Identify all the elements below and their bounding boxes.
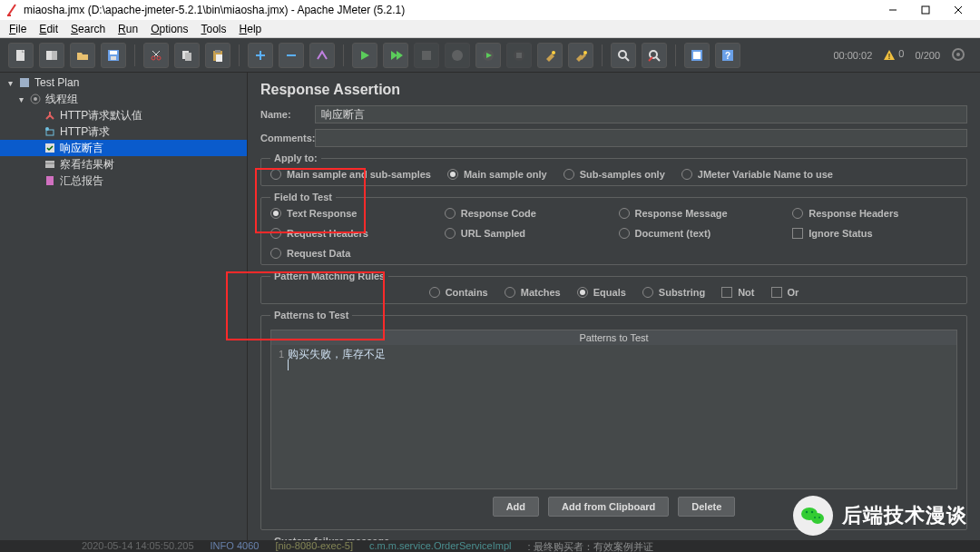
apply-var-radio[interactable]: JMeter Variable Name to use xyxy=(681,169,833,180)
tree-summary-report[interactable]: 汇总报告 xyxy=(0,172,247,189)
open-button[interactable] xyxy=(70,43,95,68)
svg-rect-6 xyxy=(46,51,52,60)
clear-button[interactable] xyxy=(537,43,563,68)
tree-thread-group[interactable]: ▾线程组 xyxy=(0,91,247,107)
editor-panel: Response Assertion Name: Comments: Apply… xyxy=(248,73,980,540)
collapse-button[interactable] xyxy=(279,43,304,68)
warning-indicator[interactable]: ! 0 xyxy=(883,48,904,61)
paste-button[interactable] xyxy=(205,43,230,68)
start-button[interactable] xyxy=(352,43,377,68)
window-minimize-button[interactable] xyxy=(877,0,909,20)
help-button[interactable]: ? xyxy=(715,43,740,68)
svg-rect-26 xyxy=(422,51,431,60)
add-from-clipboard-button[interactable]: Add from Clipboard xyxy=(548,497,669,517)
jmeter-app-icon xyxy=(5,4,18,16)
svg-point-36 xyxy=(650,51,657,58)
svg-rect-31 xyxy=(516,53,522,58)
menu-options[interactable]: Options xyxy=(145,22,193,36)
svg-point-59 xyxy=(806,511,808,513)
svg-rect-19 xyxy=(216,54,222,62)
ftt-url-sampled-radio[interactable]: URL Sampled xyxy=(445,228,610,239)
comments-input[interactable] xyxy=(315,129,967,147)
apply-sub-only-radio[interactable]: Sub-samples only xyxy=(564,169,665,180)
ftt-ignore-status-check[interactable]: Ignore Status xyxy=(792,228,957,239)
svg-point-33 xyxy=(583,51,587,54)
name-input[interactable] xyxy=(315,105,967,123)
rule-or-check[interactable]: Or xyxy=(771,287,799,298)
templates-button[interactable] xyxy=(39,43,64,68)
save-button[interactable] xyxy=(101,43,126,68)
rule-equals-radio[interactable]: Equals xyxy=(577,287,626,298)
ftt-response-code-radio[interactable]: Response Code xyxy=(445,208,610,219)
svg-point-60 xyxy=(811,511,813,513)
clear-all-button[interactable] xyxy=(568,43,593,68)
toolbar: ? 00:00:02 ! 0 0/200 xyxy=(0,38,980,73)
svg-line-38 xyxy=(649,57,652,61)
tree-view-results[interactable]: 察看结果树 xyxy=(0,156,247,172)
start-no-pause-button[interactable] xyxy=(383,43,408,68)
name-label: Name: xyxy=(260,109,315,120)
svg-rect-40 xyxy=(693,52,701,59)
svg-text:?: ? xyxy=(725,51,730,61)
tree-response-assertion[interactable]: 响应断言 xyxy=(0,140,247,156)
window-maximize-button[interactable] xyxy=(909,0,942,20)
remote-stop-button[interactable] xyxy=(506,43,532,68)
menu-edit[interactable]: Edit xyxy=(34,22,64,36)
active-threads: 0/200 xyxy=(915,50,940,61)
shutdown-button[interactable] xyxy=(445,43,470,68)
function-helper-button[interactable] xyxy=(684,43,710,68)
rule-contains-radio[interactable]: Contains xyxy=(429,287,488,298)
svg-point-49 xyxy=(34,97,37,101)
apply-main-sub-radio[interactable]: Main sample and sub-samples xyxy=(270,169,431,180)
test-plan-tree[interactable]: ▾Test Plan ▾线程组 HTTP请求默认值 HTTP请求 响应断言 察看… xyxy=(0,73,248,540)
pattern-rules-fieldset: Pattern Matching Rules Contains Matches … xyxy=(260,271,967,304)
ftt-request-data-radio[interactable]: Request Data xyxy=(270,248,436,259)
watermark: 后端技术漫谈 xyxy=(793,496,967,536)
menu-file[interactable]: File xyxy=(4,22,32,36)
rule-matches-radio[interactable]: Matches xyxy=(505,287,561,298)
svg-rect-16 xyxy=(185,53,191,61)
delete-pattern-button[interactable]: Delete xyxy=(678,497,735,517)
svg-point-52 xyxy=(45,127,49,131)
reset-search-button[interactable] xyxy=(642,43,667,68)
panel-title: Response Assertion xyxy=(260,82,967,98)
expand-button[interactable] xyxy=(248,43,273,68)
ftt-response-headers-radio[interactable]: Response Headers xyxy=(792,208,957,219)
svg-point-58 xyxy=(811,513,824,524)
window-titlebar: miaosha.jmx (D:\apache-jmeter-5.2.1\bin\… xyxy=(0,0,980,20)
ftt-response-message-radio[interactable]: Response Message xyxy=(619,208,784,219)
rule-substring-radio[interactable]: Substring xyxy=(642,287,705,298)
patterns-table-body[interactable]: 1 购买失败，库存不足 xyxy=(271,345,956,488)
stop-button[interactable] xyxy=(414,43,439,68)
apply-to-fieldset: Apply to: Main sample and sub-samples Ma… xyxy=(260,153,967,186)
menu-search[interactable]: Search xyxy=(65,22,111,36)
menu-help[interactable]: Help xyxy=(234,22,268,36)
tree-root-test-plan[interactable]: ▾Test Plan xyxy=(0,74,247,91)
toggle-button[interactable] xyxy=(309,43,335,68)
wechat-icon xyxy=(793,496,833,536)
svg-point-12 xyxy=(157,56,161,60)
cut-button[interactable] xyxy=(143,43,169,68)
svg-rect-18 xyxy=(215,50,220,53)
search-button[interactable] xyxy=(611,43,636,68)
svg-rect-7 xyxy=(52,51,57,60)
new-button[interactable] xyxy=(8,43,34,68)
log-toggle-icon[interactable] xyxy=(951,47,965,64)
ftt-request-headers-radio[interactable]: Request Headers xyxy=(270,228,436,239)
pattern-row-1[interactable]: 购买失败，库存不足 xyxy=(288,347,953,362)
add-pattern-button[interactable]: Add xyxy=(493,497,539,517)
remote-start-button[interactable] xyxy=(475,43,501,68)
ftt-text-response-radio[interactable]: Text Response xyxy=(270,208,436,219)
apply-main-only-radio[interactable]: Main sample only xyxy=(447,169,547,180)
menu-run[interactable]: Run xyxy=(113,22,143,36)
ftt-document-text-radio[interactable]: Document (text) xyxy=(619,228,784,239)
svg-point-46 xyxy=(956,53,960,56)
copy-button[interactable] xyxy=(174,43,200,68)
menu-tools[interactable]: Tools xyxy=(196,22,232,36)
rule-not-check[interactable]: Not xyxy=(721,287,754,298)
svg-rect-1 xyxy=(922,6,929,14)
window-close-button[interactable] xyxy=(942,0,975,20)
tree-http-defaults[interactable]: HTTP请求默认值 xyxy=(0,107,247,123)
tree-http-request[interactable]: HTTP请求 xyxy=(0,123,247,140)
menu-bar: File Edit Search Run Options Tools Help xyxy=(0,20,980,38)
